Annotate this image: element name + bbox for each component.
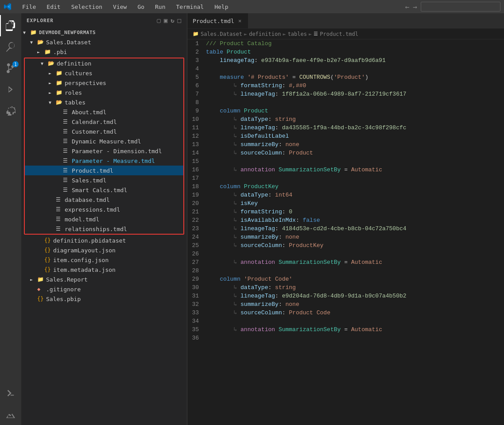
sidebar-item-about[interactable]: ☰ About.tmdl: [25, 107, 183, 117]
new-file-icon[interactable]: ▢: [157, 17, 161, 24]
folder-icon: 📁: [44, 49, 51, 55]
code-line-23: 23 ↳ lineageTag: 4184d53e-cd2d-4cbe-b8cb…: [187, 224, 504, 233]
collapse-all-icon[interactable]: □: [178, 17, 182, 24]
sidebar-item-gitignore[interactable]: ◆ .gitignore: [21, 284, 187, 294]
tab-close-icon[interactable]: ✕: [237, 17, 243, 24]
code-line-12: 12 ↳ isDefaultLabel: [187, 132, 504, 140]
sidebar-header: EXPLORER ▢ ▣ ↻ □: [21, 13, 187, 27]
sidebar-item-dynamic-measure[interactable]: ☰ Dynamic Measure.tmdl: [25, 136, 183, 146]
menu-terminal[interactable]: Terminal: [174, 3, 206, 11]
tree-item-label: Calendar.tmdl: [72, 119, 117, 125]
tree-item-label: Product.tmdl: [72, 167, 113, 174]
code-line-9: 9 column Product: [187, 107, 504, 115]
search-input[interactable]: [421, 2, 500, 12]
sidebar-item-sales-dataset[interactable]: ▼ 📂 Sales.Dataset: [21, 37, 187, 47]
breadcrumb-dataset-icon: 📁: [193, 31, 199, 37]
activity-source-control-icon[interactable]: 1: [0, 58, 21, 79]
workspace-label: DEVMODE_NEWFORMATS: [39, 30, 96, 35]
menu-run[interactable]: Run: [153, 3, 167, 11]
activity-terminal-icon[interactable]: [0, 382, 21, 404]
nav-arrows: ← →: [405, 2, 500, 12]
code-line-33: 33 ↳ sourceColumn: Product Code: [187, 309, 504, 317]
activity-explorer-icon[interactable]: [0, 15, 21, 36]
sidebar-item-product[interactable]: ☰ Product.tmdl: [25, 166, 183, 175]
sidebar-item-cultures[interactable]: ► 📁 cultures: [25, 68, 183, 78]
definition-highlight-box: ▼ 📂 definition ► 📁 cultures ► 📁 perspect…: [24, 58, 184, 235]
sidebar-item-tables[interactable]: ▼ 📂 tables: [25, 97, 183, 107]
sidebar-item-sales-pbip[interactable]: {} Sales.pbip: [21, 294, 187, 304]
breadcrumb-tables[interactable]: tables: [288, 31, 307, 37]
sidebar-item-def-pbidataset[interactable]: {} definition.pbidataset: [21, 236, 187, 245]
tmdl-file-icon: ☰: [56, 197, 63, 203]
nav-forward-icon[interactable]: →: [413, 3, 417, 11]
code-line-36: 36: [187, 334, 504, 342]
sidebar-item-parameter-measure[interactable]: ☰ Parameter - Measure.tmdl: [25, 156, 183, 166]
sidebar-item-sales-report[interactable]: ► 📁 Sales.Report: [21, 274, 187, 284]
sidebar-item-sales[interactable]: ☰ Sales.tmdl: [25, 175, 183, 185]
code-line-14: 14 ↳ sourceColumn: Product: [187, 149, 504, 157]
sidebar-item-perspectives[interactable]: ► 📁 perspectives: [25, 78, 183, 88]
sidebar-item-roles[interactable]: ► 📁 roles: [25, 88, 183, 97]
code-editor[interactable]: 1 /// Product Catalog 2 table Product 3 …: [187, 39, 504, 425]
json-file-icon: {}: [44, 257, 51, 263]
breadcrumb-product-tmdl[interactable]: Product.tmdl: [320, 31, 358, 37]
folder-open-icon: 📂: [37, 39, 44, 45]
vscode-logo-icon: [4, 3, 12, 11]
activity-chart-icon[interactable]: [0, 404, 21, 425]
menu-selection[interactable]: Selection: [70, 3, 104, 11]
code-line-31: 31 ↳ lineageTag: e9d204ad-76d8-4db9-9d1a…: [187, 292, 504, 300]
tmdl-file-icon: ☰: [63, 177, 70, 183]
menu-file[interactable]: File: [20, 3, 38, 11]
menu-view[interactable]: View: [111, 3, 128, 11]
sidebar-item-relationships[interactable]: ☰ relationships.tmdl: [25, 224, 183, 234]
json-file-icon: {}: [44, 267, 51, 273]
workspace-root[interactable]: ▼ 📁 DEVMODE_NEWFORMATS: [21, 27, 187, 37]
refresh-icon[interactable]: ↻: [171, 17, 174, 24]
sidebar-item-pbi[interactable]: ► 📁 .pbi: [21, 47, 187, 57]
file-tree: ▼ 📁 DEVMODE_NEWFORMATS ▼ 📂 Sales.Dataset…: [21, 27, 187, 425]
activity-bar: 1: [0, 13, 21, 425]
menu-go[interactable]: Go: [136, 3, 146, 11]
sidebar-item-expressions[interactable]: ☰ expressions.tmdl: [25, 205, 183, 214]
sidebar-item-model[interactable]: ☰ model.tmdl: [25, 214, 183, 224]
tmdl-file-icon: ☰: [63, 119, 70, 125]
code-line-13: 13 ↳ summarizeBy: none: [187, 140, 504, 149]
tree-item-label: database.tmdl: [65, 197, 110, 203]
activity-run-icon[interactable]: [0, 79, 21, 100]
sidebar-item-database[interactable]: ☰ database.tmdl: [25, 195, 183, 205]
sidebar-item-item-config[interactable]: {} item.config.json: [21, 255, 187, 265]
menu-edit[interactable]: Edit: [45, 3, 62, 11]
code-line-35: 35 ↳ annotation SummarizationSetBy = Aut…: [187, 325, 504, 334]
tree-item-label: definition.pbidataset: [53, 237, 126, 244]
tree-item-label: Sales.tmdl: [72, 177, 106, 184]
code-line-24: 24 ↳ summarizeBy: none: [187, 233, 504, 241]
new-folder-icon[interactable]: ▣: [164, 17, 168, 24]
json-file-icon: {}: [44, 237, 51, 243]
tree-item-label: .gitignore: [46, 286, 81, 293]
tmdl-file-icon: ☰: [56, 216, 63, 222]
code-line-34: 34: [187, 317, 504, 325]
activity-extensions-icon[interactable]: [0, 100, 21, 121]
activity-search-icon[interactable]: [0, 36, 21, 58]
code-line-29: 29 column 'Product Code': [187, 275, 504, 283]
tab-product-tmdl[interactable]: Product.tmdl ✕: [187, 13, 248, 28]
tree-item-label: roles: [65, 89, 82, 96]
sidebar-item-customer[interactable]: ☰ Customer.tmdl: [25, 127, 183, 136]
code-line-28: 28: [187, 267, 504, 275]
sidebar-item-item-metadata[interactable]: {} item.metadata.json: [21, 265, 187, 274]
arrow-right-icon: ►: [49, 71, 56, 76]
breadcrumb-definition[interactable]: definition: [249, 31, 281, 37]
sidebar-item-definition[interactable]: ▼ 📂 definition: [25, 58, 183, 68]
sidebar-item-diagram-layout[interactable]: {} diagramLayout.json: [21, 245, 187, 255]
arrow-right-icon: ►: [49, 81, 56, 85]
code-line-17: 17: [187, 174, 504, 182]
menu-help[interactable]: Help: [213, 3, 230, 11]
code-line-3: 3 lineageTag: e9374b9a-faee-4f9e-b2e7-d9…: [187, 56, 504, 65]
nav-back-icon[interactable]: ←: [405, 3, 410, 11]
arrow-right-icon: ►: [37, 50, 44, 54]
sidebar-item-parameter-dimension[interactable]: ☰ Parameter - Dimension.tmdl: [25, 146, 183, 156]
breadcrumb-sales-dataset[interactable]: Sales.Dataset: [201, 31, 242, 37]
sidebar-item-calendar[interactable]: ☰ Calendar.tmdl: [25, 117, 183, 127]
sidebar-item-smart-calcs[interactable]: ☰ Smart Calcs.tmdl: [25, 185, 183, 195]
sidebar-header-icons: ▢ ▣ ↻ □: [157, 17, 182, 24]
